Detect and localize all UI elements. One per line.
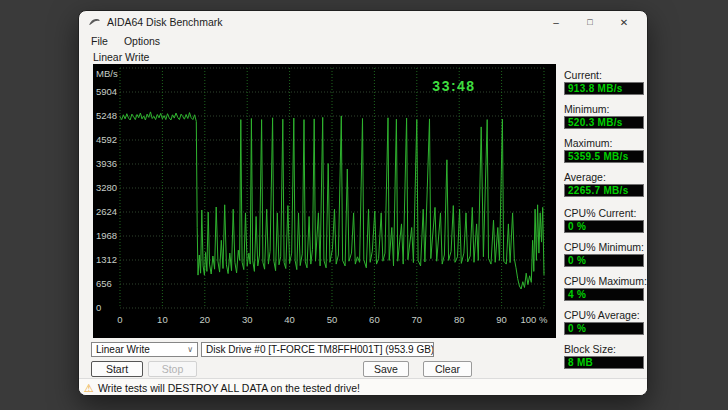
x-tick-label: 90 (496, 314, 507, 325)
benchmark-chart: 065613121968262432803936459252485904MB/s… (93, 64, 556, 338)
stat-maximum-value: 5359.5 MB/s (564, 150, 644, 163)
clear-button[interactable]: Clear (423, 361, 472, 377)
window-controls: – □ ✕ (539, 11, 647, 33)
x-tick-label: 10 (157, 314, 168, 325)
stat-block-size-value: 8 MB (564, 356, 644, 369)
aida64-app-icon (88, 17, 101, 27)
chart-title: Linear Write (93, 51, 149, 63)
x-tick-label: 20 (200, 314, 211, 325)
y-tick-label: 3936 (96, 158, 117, 169)
stat-cpu-maximum: CPU% Maximum: 4 % (564, 275, 646, 301)
x-tick-label: 50 (327, 314, 338, 325)
stat-current-value: 913.8 MB/s (564, 82, 644, 95)
menu-bar: File Options (79, 33, 647, 49)
warning-bar: ⚠ Write tests will DESTROY ALL DATA on t… (79, 378, 648, 396)
maximize-button-icon[interactable]: □ (573, 11, 607, 33)
stat-cpu-minimum: CPU% Minimum: 0 % (564, 241, 646, 267)
y-tick-label: 1968 (96, 230, 117, 241)
desktop-background: AIDA64 Disk Benchmark – □ ✕ File Options… (0, 0, 728, 410)
drive-select[interactable]: Disk Drive #0 [T-FORCE TM8FFH001T] (953.… (201, 342, 434, 357)
x-tick-label: 100 % (521, 314, 548, 325)
stat-current: Current: 913.8 MB/s (564, 69, 646, 95)
y-axis-unit: MB/s (96, 68, 118, 79)
x-tick-label: 70 (412, 314, 423, 325)
y-tick-label: 4592 (96, 134, 117, 145)
start-button[interactable]: Start (91, 361, 143, 377)
close-button-icon[interactable]: ✕ (607, 11, 641, 33)
x-tick-label: 80 (454, 314, 465, 325)
stat-block-size: Block Size: 8 MB (564, 343, 646, 369)
x-tick-label: 60 (369, 314, 380, 325)
menu-options[interactable]: Options (124, 35, 160, 47)
window-title: AIDA64 Disk Benchmark (107, 16, 223, 28)
x-tick-label: 0 (117, 314, 122, 325)
chart-svg: 065613121968262432803936459252485904MB/s… (93, 64, 556, 338)
save-button[interactable]: Save (363, 361, 409, 377)
y-tick-label: 656 (96, 278, 112, 289)
y-tick-label: 2624 (96, 206, 117, 217)
menu-file[interactable]: File (91, 35, 108, 47)
chevron-down-icon: ∨ (187, 345, 193, 354)
y-tick-label: 5248 (96, 110, 117, 121)
stat-cpu-average-value: 0 % (564, 322, 644, 335)
y-tick-label: 3280 (96, 182, 117, 193)
stat-average: Average: 2265.7 MB/s (564, 171, 646, 197)
elapsed-time: 33:48 (432, 78, 475, 94)
x-tick-label: 40 (284, 314, 295, 325)
stats-panel: Current: 913.8 MB/s Minimum: 520.3 MB/s … (564, 69, 646, 377)
title-bar[interactable]: AIDA64 Disk Benchmark – □ ✕ (79, 11, 647, 33)
warning-text: Write tests will DESTROY ALL DATA on the… (98, 382, 360, 394)
stat-cpu-average: CPU% Average: 0 % (564, 309, 646, 335)
test-mode-select[interactable]: Linear Write ∨ (91, 342, 198, 357)
stat-minimum-value: 520.3 MB/s (564, 116, 644, 129)
aida64-disk-benchmark-window: AIDA64 Disk Benchmark – □ ✕ File Options… (78, 10, 648, 396)
y-tick-label: 1312 (96, 254, 117, 265)
stat-average-value: 2265.7 MB/s (564, 184, 644, 197)
stat-minimum: Minimum: 520.3 MB/s (564, 103, 646, 129)
stat-cpu-current-value: 0 % (564, 220, 644, 233)
x-tick-label: 30 (242, 314, 253, 325)
stat-cpu-minimum-value: 0 % (564, 254, 644, 267)
warning-icon: ⚠ (84, 383, 94, 394)
y-tick-label: 0 (96, 302, 101, 313)
stop-button: Stop (148, 361, 197, 377)
stat-cpu-current: CPU% Current: 0 % (564, 207, 646, 233)
stat-maximum: Maximum: 5359.5 MB/s (564, 137, 646, 163)
y-tick-label: 5904 (96, 86, 117, 97)
stat-cpu-maximum-value: 4 % (564, 288, 644, 301)
minimize-button-icon[interactable]: – (539, 11, 573, 33)
